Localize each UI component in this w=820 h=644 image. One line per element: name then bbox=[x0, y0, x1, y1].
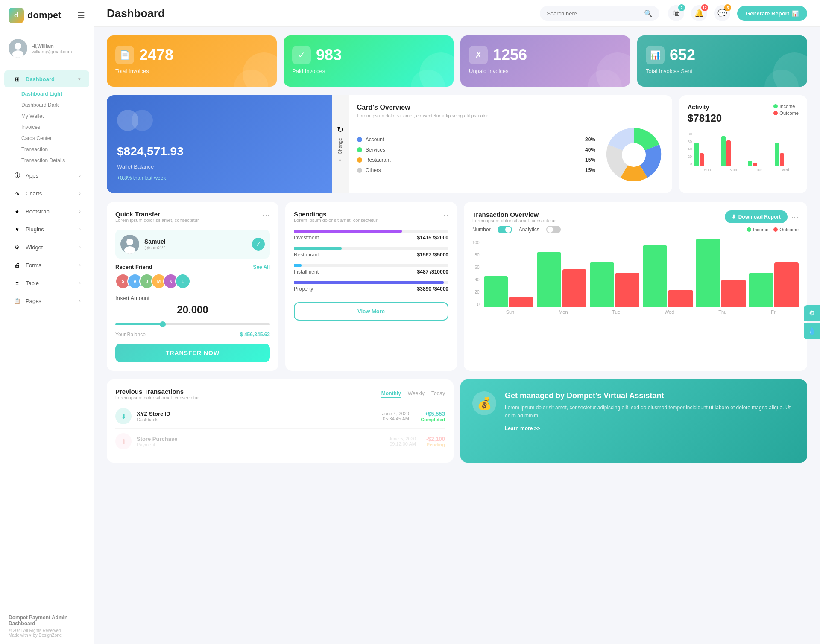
number-toggle[interactable] bbox=[498, 226, 512, 233]
dashboard-icon: ⊞ bbox=[13, 75, 21, 83]
logo-icon: d bbox=[9, 8, 24, 23]
trans-status: Completed bbox=[421, 417, 445, 422]
sub-nav: Dashboard Light Dashboard Dark My Wallet… bbox=[0, 88, 94, 166]
friend-avatars: S A J M K L bbox=[115, 274, 270, 289]
sidebar-item-plugins[interactable]: ♥ Plugins › bbox=[4, 221, 89, 238]
sidebar-item-widget[interactable]: ⚙ Widget › bbox=[4, 239, 89, 256]
user-greeting: Hi,William bbox=[32, 44, 54, 49]
analytics-toggle[interactable] bbox=[546, 226, 561, 233]
download-icon: ⬇ bbox=[732, 214, 736, 220]
virtual-assistant-card: 💰 Get managed by Dompet's Virtual Assist… bbox=[460, 379, 807, 463]
wallet-amount: $824,571.93 bbox=[117, 145, 322, 158]
previous-transactions-card: Previous Transactions Lorem ipsum dolor … bbox=[107, 379, 454, 463]
to-options[interactable]: ⋯ bbox=[791, 212, 799, 221]
pt-tab-today[interactable]: Today bbox=[431, 390, 445, 398]
paid-invoices-number: 983 bbox=[316, 46, 342, 64]
svg-point-5 bbox=[126, 239, 133, 245]
bootstrap-icon: ★ bbox=[13, 207, 21, 216]
wallet-label: Wallet Balance bbox=[117, 163, 322, 170]
sidebar-item-pages[interactable]: 📋 Pages › bbox=[4, 292, 89, 309]
to-header: Transaction Overview Lorem ipsum dolor s… bbox=[472, 210, 799, 223]
pie-legend: Account 20% Services 40% bbox=[357, 137, 595, 173]
va-title: Get managed by Dompet's Virtual Assistan… bbox=[505, 391, 795, 400]
dashboard-content: 📄 2478 Total Invoices ✓ 983 Paid Invoice… bbox=[94, 27, 820, 644]
change-button[interactable]: ↻ Change ▾ bbox=[332, 95, 348, 193]
stat-card-paid-invoices: ✓ 983 Paid Invoices bbox=[284, 35, 454, 87]
transfer-now-button[interactable]: TRANSFER NOW bbox=[115, 344, 270, 362]
transfer-user: Samuel @sam224 ✓ bbox=[115, 230, 270, 259]
wallet-overview-card: $824,571.93 Wallet Balance +0.8% than la… bbox=[107, 95, 672, 193]
spendings-subtitle: Lorem ipsum dolor sit amet, consectetur bbox=[294, 218, 378, 223]
trans-info: XYZ Store ID Cashback bbox=[137, 411, 170, 422]
sidebar-item-forms[interactable]: 🖨 Forms › bbox=[4, 256, 89, 274]
trans-icon-2: ⬆ bbox=[115, 433, 132, 449]
cards-overview-title: Card's Overview bbox=[357, 104, 664, 111]
sub-nav-item-dashboard-light[interactable]: Dashboard Light bbox=[13, 88, 94, 99]
bell-button[interactable]: 🔔 12 bbox=[691, 5, 707, 21]
activity-amount: $78120 bbox=[688, 112, 722, 124]
bag-badge: 2 bbox=[678, 4, 685, 11]
hamburger-icon[interactable]: ☰ bbox=[77, 10, 85, 20]
pages-icon: 📋 bbox=[13, 297, 21, 305]
sub-nav-item-dashboard-dark[interactable]: Dashboard Dark bbox=[13, 99, 94, 111]
pie-chart bbox=[604, 125, 664, 185]
sub-nav-item-transaction[interactable]: Transaction bbox=[13, 144, 94, 155]
transfer-avatar bbox=[120, 235, 139, 254]
sidebar-item-bootstrap[interactable]: ★ Bootstrap › bbox=[4, 203, 89, 220]
pt-subtitle: Lorem ipsum dolor sit amet, consectetur bbox=[115, 395, 199, 400]
sidebar-item-dashboard[interactable]: ⊞ Dashboard ▾ bbox=[4, 70, 89, 87]
pt-tab-monthly[interactable]: Monthly bbox=[381, 390, 401, 398]
spending-item-2: Installment $487 /$10000 bbox=[294, 264, 448, 275]
to-legend: Income Outcome bbox=[747, 227, 799, 232]
activity-card: Activity $78120 Income Outcome bbox=[679, 95, 807, 193]
sidebar-item-apps[interactable]: ⓘ Apps › bbox=[4, 167, 89, 184]
page-title: Dashboard bbox=[107, 7, 531, 20]
drop-toolbar-button[interactable]: 💧 bbox=[804, 323, 820, 339]
apps-icon: ⓘ bbox=[13, 171, 21, 180]
sub-nav-item-my-wallet[interactable]: My Wallet bbox=[13, 111, 94, 122]
cards-overview: Card's Overview Lorem ipsum dolor sit am… bbox=[348, 95, 672, 193]
total-sent-icon: 📊 bbox=[646, 46, 665, 64]
stats-row: 📄 2478 Total Invoices ✓ 983 Paid Invoice… bbox=[107, 35, 807, 87]
activity-legend: Income Outcome bbox=[773, 104, 799, 116]
va-content: Get managed by Dompet's Virtual Assistan… bbox=[505, 391, 795, 431]
spendings-card: Spendings Lorem ipsum dolor sit amet, co… bbox=[285, 202, 457, 371]
spendings-title: Spendings bbox=[294, 210, 378, 218]
amount-slider[interactable] bbox=[115, 323, 270, 325]
view-more-button[interactable]: View More bbox=[294, 302, 448, 321]
search-input[interactable] bbox=[547, 10, 641, 17]
chat-badge: 5 bbox=[724, 4, 731, 11]
quick-transfer-options[interactable]: ⋯ bbox=[262, 210, 270, 220]
download-report-button[interactable]: ⬇ Download Report bbox=[725, 210, 788, 223]
search-icon: 🔍 bbox=[644, 9, 653, 17]
table-row: ⬇ XYZ Store ID Cashback June 4, 2020 05:… bbox=[115, 404, 445, 429]
spendings-options[interactable]: ⋯ bbox=[441, 210, 448, 220]
charts-icon: ∿ bbox=[13, 189, 21, 198]
generate-report-button[interactable]: Generate Report 📊 bbox=[737, 6, 807, 21]
sub-nav-item-invoices[interactable]: Invoices bbox=[13, 122, 94, 133]
sidebar-footer: Dompet Payment Admin Dashboard © 2021 Al… bbox=[0, 608, 94, 644]
sub-nav-item-transaction-details[interactable]: Transaction Details bbox=[13, 155, 94, 166]
total-invoices-number: 2478 bbox=[139, 46, 173, 64]
bag-button[interactable]: 🛍 2 bbox=[668, 5, 684, 21]
sidebar-item-table[interactable]: ≡ Table › bbox=[4, 274, 89, 291]
table-row: ⬆ Store Purchase Payment June 5, 2020 09… bbox=[115, 429, 445, 454]
bar-chart-icon: 📊 bbox=[792, 10, 799, 17]
stat-card-total-sent: 📊 652 Total Invoices Sent bbox=[637, 35, 807, 87]
header-icons: 🛍 2 🔔 12 💬 5 Generate Report 📊 bbox=[668, 5, 807, 21]
gear-toolbar-button[interactable]: ⚙ bbox=[804, 305, 820, 321]
unpaid-invoices-icon: ✗ bbox=[469, 46, 488, 64]
see-all-button[interactable]: See All bbox=[253, 264, 270, 270]
sub-nav-item-cards-center[interactable]: Cards Center bbox=[13, 133, 94, 144]
sidebar-item-charts[interactable]: ∿ Charts › bbox=[4, 185, 89, 202]
chat-button[interactable]: 💬 5 bbox=[714, 5, 730, 21]
pt-title: Previous Transactions bbox=[115, 388, 199, 395]
pt-tabs: Monthly Weekly Today bbox=[381, 390, 445, 398]
recent-friend-row: Recent Friend See All bbox=[115, 264, 270, 270]
user-email: william@gmail.com bbox=[32, 49, 72, 54]
va-learn-more-link[interactable]: Learn more >> bbox=[505, 425, 540, 431]
search-bar[interactable]: 🔍 bbox=[540, 6, 659, 21]
main-content: Dashboard 🔍 🛍 2 🔔 12 💬 5 Generate Report… bbox=[94, 0, 820, 644]
pt-tab-weekly[interactable]: Weekly bbox=[408, 390, 425, 398]
activity-chart: 806040200 bbox=[688, 132, 799, 172]
